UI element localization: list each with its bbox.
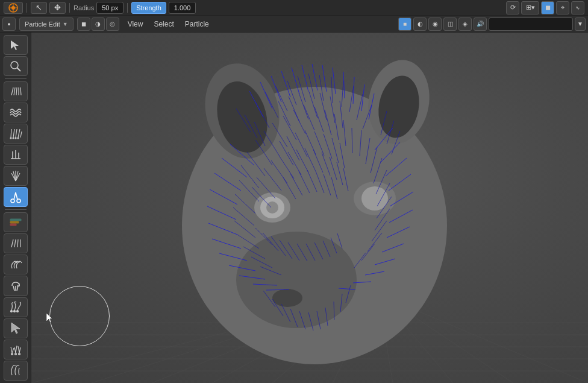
tool-cursor[interactable] xyxy=(4,318,28,338)
svg-line-11 xyxy=(13,129,14,138)
svg-line-35 xyxy=(11,239,13,247)
proportional-btn[interactable]: ◈ xyxy=(458,17,472,31)
menu-view[interactable]: View xyxy=(123,17,148,31)
tool-cut[interactable] xyxy=(4,187,28,207)
top-right-icon-3[interactable]: ◼ xyxy=(541,1,554,14)
tool-circle-select[interactable] xyxy=(4,56,28,76)
animal-head-svg xyxy=(110,45,519,382)
sep3 xyxy=(127,3,128,13)
menu-bar: ● Particle Edit ▼ ◼ ◑ ◎ View Select Part… xyxy=(0,16,588,33)
mode-select-btn[interactable]: ↖ xyxy=(31,2,47,14)
particle-mode-icon[interactable]: ● xyxy=(2,17,16,31)
svg-line-6 xyxy=(14,87,15,95)
left-toolbar xyxy=(0,33,31,383)
tool-curl[interactable] xyxy=(4,255,28,274)
search-dropdown-arrow[interactable]: ▼ xyxy=(575,17,586,31)
tool-hair-smooth[interactable] xyxy=(4,361,28,381)
top-right-icon-1[interactable]: ⟳ xyxy=(506,1,519,14)
sep2 xyxy=(69,3,70,13)
svg-point-74 xyxy=(236,232,357,328)
svg-line-48 xyxy=(11,347,12,353)
menu-particle[interactable]: Particle xyxy=(180,17,214,31)
svg-point-47 xyxy=(18,353,20,355)
strength-value[interactable]: 1.000 xyxy=(169,2,196,14)
svg-point-75 xyxy=(272,289,302,307)
material-mode-btn[interactable]: ◑ xyxy=(92,17,105,31)
svg-point-80 xyxy=(361,186,388,210)
svg-line-9 xyxy=(20,87,21,95)
scene-background xyxy=(31,33,588,383)
svg-line-40 xyxy=(13,286,14,291)
svg-line-7 xyxy=(16,87,17,95)
svg-rect-32 xyxy=(10,219,21,221)
top-toolbar: ↖ ✥ Radius 50 px Strength 1.000 ⟳ ⊞▾ ◼ ⌖… xyxy=(0,0,588,16)
svg-rect-33 xyxy=(10,221,19,223)
tool-sep-2 xyxy=(5,209,27,210)
svg-line-36 xyxy=(14,239,16,247)
svg-line-14 xyxy=(20,131,22,138)
svg-point-16 xyxy=(13,138,14,139)
sep1 xyxy=(27,3,27,13)
render-mode-btn[interactable]: ◎ xyxy=(106,17,119,31)
svg-line-12 xyxy=(16,129,17,138)
viewport[interactable] xyxy=(31,33,588,383)
top-right-icon-5[interactable]: ∿ xyxy=(571,1,584,14)
svg-line-25 xyxy=(16,171,18,181)
tool-rand-particles[interactable] xyxy=(4,340,28,359)
xray-btn[interactable]: ◫ xyxy=(443,17,457,31)
svg-point-15 xyxy=(10,138,11,139)
svg-line-49 xyxy=(16,346,17,353)
tool-randomize[interactable] xyxy=(4,297,28,317)
tool-select[interactable] xyxy=(4,35,28,55)
svg-line-53 xyxy=(18,346,19,353)
svg-point-45 xyxy=(11,353,13,355)
view-mode-icons: ◼ ◑ ◎ xyxy=(77,17,119,31)
tool-add[interactable] xyxy=(4,124,28,144)
tool-weight[interactable] xyxy=(4,212,28,232)
svg-line-37 xyxy=(17,239,18,247)
svg-point-17 xyxy=(15,138,16,139)
svg-point-46 xyxy=(14,353,16,355)
svg-line-5 xyxy=(11,87,13,95)
tool-sep-1 xyxy=(5,78,27,79)
svg-line-13 xyxy=(18,129,20,138)
snap-btn[interactable]: 🔊 xyxy=(474,17,487,31)
svg-line-217 xyxy=(312,64,317,90)
tool-puff[interactable] xyxy=(4,166,28,186)
tool-length[interactable] xyxy=(4,145,28,165)
right-icons-group: ■ ◐ ◉ ◫ ◈ 🔊 ▼ xyxy=(398,17,586,31)
tool-smooth[interactable] xyxy=(4,103,28,122)
svg-line-52 xyxy=(14,347,16,353)
mode-icon-group: ● xyxy=(2,17,16,31)
radius-label: Radius xyxy=(74,4,94,11)
solid-mode-btn[interactable]: ◼ xyxy=(77,17,90,31)
svg-line-51 xyxy=(12,348,14,353)
tool-comb[interactable] xyxy=(4,81,28,101)
top-right-icon-4[interactable]: ⌖ xyxy=(556,1,569,14)
viewport-shading-1[interactable]: ■ xyxy=(398,17,411,31)
viewport-overlay-btn[interactable]: ◉ xyxy=(428,17,442,31)
mode-dropdown-arrow: ▼ xyxy=(63,21,68,27)
blender-logo-btn[interactable] xyxy=(4,2,23,14)
svg-line-10 xyxy=(11,129,11,138)
svg-line-41 xyxy=(17,286,18,291)
mode-dropdown[interactable]: Particle Edit ▼ xyxy=(19,17,74,31)
svg-rect-34 xyxy=(10,224,16,226)
menu-select[interactable]: Select xyxy=(149,17,178,31)
transform-btn[interactable]: ✥ xyxy=(49,2,66,14)
svg-point-18 xyxy=(17,138,19,139)
radius-value[interactable]: 50 px xyxy=(96,2,124,14)
svg-point-78 xyxy=(266,201,278,214)
svg-point-44 xyxy=(16,311,18,312)
svg-line-30 xyxy=(14,192,16,200)
svg-line-31 xyxy=(16,192,17,200)
viewport-shading-2[interactable]: ◐ xyxy=(413,17,427,31)
top-right-icon-2[interactable]: ⊞▾ xyxy=(521,1,539,14)
tool-rotate[interactable] xyxy=(4,276,28,296)
svg-point-43 xyxy=(13,311,15,312)
search-input[interactable] xyxy=(489,17,573,31)
tool-straighten[interactable] xyxy=(4,233,28,253)
svg-point-42 xyxy=(10,311,12,312)
strength-label-btn[interactable]: Strength xyxy=(131,2,166,14)
